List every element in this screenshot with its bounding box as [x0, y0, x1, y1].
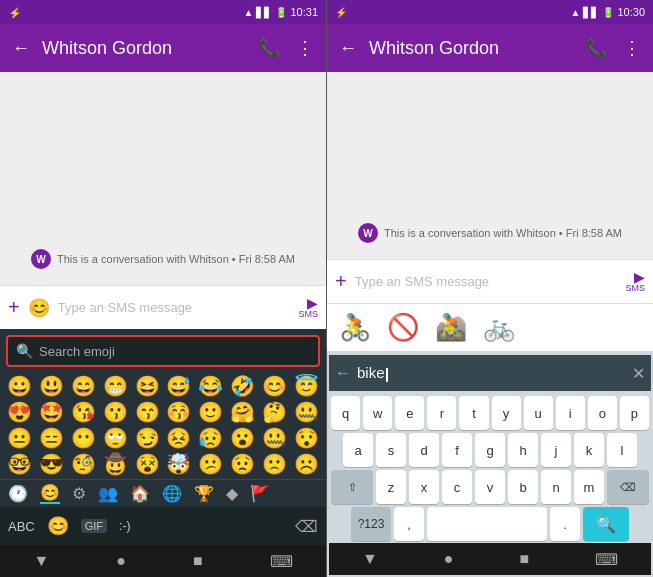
key-e[interactable]: e	[395, 396, 424, 430]
key-u[interactable]: u	[524, 396, 553, 430]
key-period[interactable]: .	[550, 507, 580, 541]
smiley-category-icon[interactable]: 😊	[40, 483, 60, 504]
people-category-icon[interactable]: 👥	[98, 484, 118, 503]
list-item[interactable]: 😄	[70, 375, 97, 397]
key-d[interactable]: d	[409, 433, 439, 467]
key-g[interactable]: g	[475, 433, 505, 467]
trophy-category-icon[interactable]: 🏆	[194, 484, 214, 503]
key-f[interactable]: f	[442, 433, 472, 467]
list-item[interactable]: 😗	[102, 401, 129, 423]
list-item[interactable]: 😁	[102, 375, 129, 397]
key-backspace[interactable]: ⌫	[607, 470, 649, 504]
smiley-kb-icon[interactable]: 😊	[47, 515, 69, 537]
list-item[interactable]: 🚵	[435, 312, 467, 343]
list-item[interactable]: 😇	[293, 375, 320, 397]
key-a[interactable]: a	[343, 433, 373, 467]
emoticon-button[interactable]: :-)	[119, 519, 130, 533]
globe-category-icon[interactable]: 🌐	[162, 484, 182, 503]
list-item[interactable]: 😀	[6, 375, 33, 397]
key-r[interactable]: r	[427, 396, 456, 430]
send-button-left[interactable]: ▶ SMS	[298, 296, 318, 319]
list-item[interactable]: 😊	[261, 375, 288, 397]
list-item[interactable]: 😏	[134, 427, 161, 449]
nav-back-icon[interactable]: ▼	[33, 552, 49, 570]
list-item[interactable]: 😂	[197, 375, 224, 397]
list-item[interactable]: 😕	[197, 453, 224, 475]
list-item[interactable]: 😣	[165, 427, 192, 449]
list-item[interactable]: ☹️	[293, 453, 320, 475]
gif-button[interactable]: GIF	[81, 519, 107, 533]
key-p[interactable]: p	[620, 396, 649, 430]
keyboard-search-input[interactable]: bike	[357, 364, 626, 381]
key-s[interactable]: s	[376, 433, 406, 467]
list-item[interactable]: 🚫	[387, 312, 419, 343]
list-item[interactable]: 😑	[38, 427, 65, 449]
list-item[interactable]: 🧐	[70, 453, 97, 475]
abc-button[interactable]: ABC	[8, 519, 35, 534]
list-item[interactable]: 😅	[165, 375, 192, 397]
nav-home-icon-right[interactable]: ●	[444, 550, 454, 568]
list-item[interactable]: 😆	[134, 375, 161, 397]
list-item[interactable]: 🚴	[339, 312, 371, 343]
list-item[interactable]: 😘	[70, 401, 97, 423]
list-item[interactable]: 😮	[229, 427, 256, 449]
list-item[interactable]: 🤔	[261, 401, 288, 423]
nav-recents-icon[interactable]: ■	[193, 552, 203, 570]
list-item[interactable]: 🤐	[261, 427, 288, 449]
phone-button-left[interactable]: 📞	[254, 33, 284, 63]
key-y[interactable]: y	[492, 396, 521, 430]
clock-category-icon[interactable]: 🕐	[8, 484, 28, 503]
key-h[interactable]: h	[508, 433, 538, 467]
nav-back-icon-right[interactable]: ▼	[362, 550, 378, 568]
emoji-search-bar[interactable]: 🔍 Search emoji	[6, 335, 320, 367]
key-m[interactable]: m	[574, 470, 604, 504]
send-button-right[interactable]: ▶ SMS	[625, 270, 645, 293]
key-x[interactable]: x	[409, 470, 439, 504]
emoji-button-left[interactable]: 😊	[28, 297, 50, 319]
home-category-icon[interactable]: 🏠	[130, 484, 150, 503]
key-search[interactable]: 🔍	[583, 507, 629, 541]
back-button-left[interactable]: ←	[8, 34, 34, 63]
list-item[interactable]: 🤠	[102, 453, 129, 475]
key-w[interactable]: w	[363, 396, 392, 430]
key-t[interactable]: t	[459, 396, 488, 430]
flag-category-icon[interactable]: 🚩	[250, 484, 270, 503]
key-shift[interactable]: ⇧	[331, 470, 373, 504]
clear-search-button[interactable]: ✕	[632, 364, 645, 383]
key-v[interactable]: v	[475, 470, 505, 504]
list-item[interactable]: 🙄	[102, 427, 129, 449]
list-item[interactable]: 🤐	[293, 401, 320, 423]
nav-home-icon[interactable]: ●	[116, 552, 126, 570]
list-item[interactable]: 🙂	[197, 401, 224, 423]
list-item[interactable]: 🤯	[165, 453, 192, 475]
nav-keyboard-icon[interactable]: ⌨	[270, 552, 293, 571]
nav-recents-icon-right[interactable]: ■	[519, 550, 529, 568]
list-item[interactable]: 😚	[165, 401, 192, 423]
gear-category-icon[interactable]: ⚙	[72, 484, 86, 503]
list-item[interactable]: 😙	[134, 401, 161, 423]
list-item[interactable]: 🤓	[6, 453, 33, 475]
key-c[interactable]: c	[442, 470, 472, 504]
list-item[interactable]: 😍	[6, 401, 33, 423]
key-j[interactable]: j	[541, 433, 571, 467]
list-item[interactable]: 😶	[70, 427, 97, 449]
backspace-button-left[interactable]: ⌫	[295, 517, 318, 536]
list-item[interactable]: 😵	[134, 453, 161, 475]
menu-button-left[interactable]: ⋮	[292, 33, 318, 63]
list-item[interactable]: 🙁	[261, 453, 288, 475]
plus-button-right[interactable]: +	[335, 270, 347, 293]
list-item[interactable]: 😯	[293, 427, 320, 449]
list-item[interactable]: 😟	[229, 453, 256, 475]
menu-button-right[interactable]: ⋮	[619, 33, 645, 63]
key-o[interactable]: o	[588, 396, 617, 430]
list-item[interactable]: 🤩	[38, 401, 65, 423]
key-q[interactable]: q	[331, 396, 360, 430]
plus-button-left[interactable]: +	[8, 296, 20, 319]
list-item[interactable]: 🚲	[483, 312, 515, 343]
key-space[interactable]	[427, 507, 547, 541]
key-num[interactable]: ?123	[351, 507, 391, 541]
nav-keyboard-icon-right[interactable]: ⌨	[595, 550, 618, 569]
list-item[interactable]: 😎	[38, 453, 65, 475]
key-comma[interactable]: ,	[394, 507, 424, 541]
list-item[interactable]: 🤗	[229, 401, 256, 423]
